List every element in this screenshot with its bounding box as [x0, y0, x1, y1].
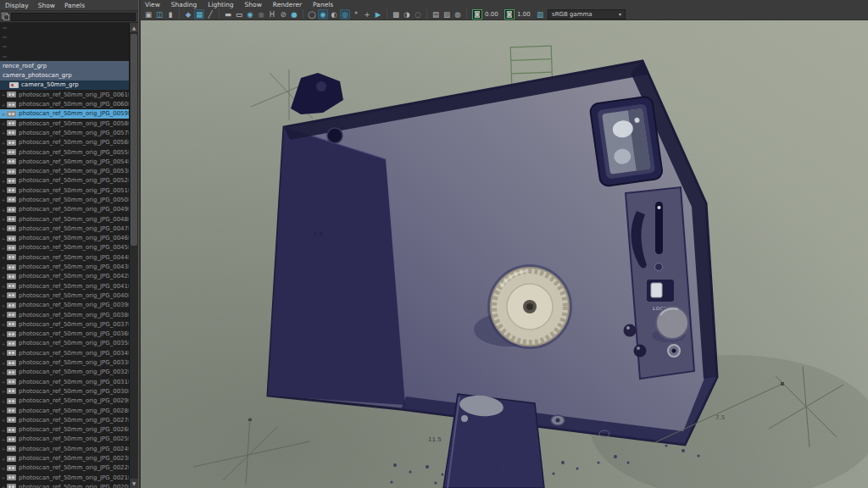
expand-icon[interactable]: + [1, 158, 6, 164]
expand-icon[interactable]: + [1, 292, 6, 298]
outliner-row[interactable]: +photoscan_ref_50mm_orig_JPG_0048PBXASC0… [0, 214, 129, 224]
scrollbar-thumb[interactable] [131, 34, 137, 246]
outliner-row[interactable]: +photoscan_ref_50mm_orig_JPG_0041PBXASC0… [0, 281, 129, 291]
expand-icon[interactable]: + [1, 111, 6, 117]
outliner-row[interactable]: +photoscan_ref_50mm_orig_JPG_0031PBXASC0… [0, 377, 129, 386]
expand-icon[interactable]: + [1, 216, 6, 222]
outliner-row[interactable]: +photoscan_ref_50mm_orig_JPG_0042PBXASC0… [0, 272, 129, 281]
expand-icon[interactable]: + [1, 474, 6, 480]
outliner-row[interactable]: +photoscan_ref_50mm_orig_JPG_0028PBXASC0… [0, 406, 129, 415]
highlight-selection-icon[interactable]: ● [289, 9, 299, 19]
expand-icon[interactable]: + [1, 388, 6, 394]
outliner-row[interactable]: +photoscan_ref_50mm_orig_JPG_0038PBXASC0… [0, 310, 129, 319]
shadows-icon[interactable]: * [351, 9, 361, 19]
expand-icon[interactable]: + [1, 264, 6, 270]
outliner-scrollbar[interactable]: ▲ ▼ [129, 23, 138, 488]
use-all-lights-icon[interactable]: ◎ [340, 9, 350, 19]
gamma-control-icon[interactable]: ◙ [504, 9, 515, 19]
outliner-row[interactable]: +photoscan_ref_50mm_orig_JPG_0020PBXASC0… [0, 482, 129, 488]
expand-icon[interactable]: + [1, 225, 6, 231]
expand-icon[interactable]: + [1, 169, 6, 175]
expand-icon[interactable]: + [1, 102, 6, 108]
menu-show[interactable]: Show [38, 2, 55, 9]
outliner-row[interactable]: +photoscan_ref_50mm_orig_JPG_0061PBXASC0… [0, 90, 129, 99]
outliner-row[interactable]: +photoscan_ref_50mm_orig_JPG_0044PBXASC0… [0, 252, 129, 262]
view-transform-icon[interactable]: ▥ [535, 9, 545, 19]
outliner-row[interactable]: +photoscan_ref_50mm_orig_JPG_0030PBXASC0… [0, 386, 129, 396]
menu-lighting[interactable]: Lighting [208, 1, 233, 8]
outliner-row[interactable]: +photoscan_ref_50mm_orig_JPG_0058PBXASC0… [0, 119, 129, 128]
outliner-row[interactable]: camera_50mm_grp [0, 80, 129, 90]
expand-icon[interactable]: + [1, 417, 6, 423]
wireframe-icon[interactable]: ◯ [307, 9, 317, 19]
expand-icon[interactable]: + [1, 187, 6, 193]
menu-display[interactable]: Display [5, 2, 29, 9]
pin-bookmark-icon[interactable]: ▮ [165, 9, 175, 19]
outliner-row[interactable]: +photoscan_ref_50mm_orig_JPG_0052PBXASC0… [0, 176, 129, 186]
expand-icon[interactable]: + [1, 456, 6, 462]
expand-icon[interactable]: + [1, 360, 6, 366]
outliner-row[interactable]: +photoscan_ref_50mm_orig_JPG_0040PBXASC0… [0, 291, 129, 300]
gamma-control[interactable]: ◙1.00 [504, 9, 532, 19]
outliner-row[interactable]: +photoscan_ref_50mm_orig_JPG_0055PBXASC0… [0, 147, 129, 157]
outliner-row[interactable]: +photoscan_ref_50mm_orig_JPG_0053PBXASC0… [0, 166, 129, 175]
expand-icon[interactable]: + [1, 369, 6, 375]
expand-icon[interactable]: + [1, 207, 6, 213]
outliner-row[interactable]: +photoscan_ref_50mm_orig_JPG_0026PBXASC0… [0, 424, 129, 434]
expand-icon[interactable]: + [1, 245, 6, 251]
new-camera-bookmark-icon[interactable]: ◫ [154, 9, 164, 19]
expand-icon[interactable]: + [1, 331, 6, 337]
menu-view[interactable]: View [145, 1, 160, 8]
expand-icon[interactable]: + [1, 350, 6, 356]
exposure-control[interactable]: ◙0.00 [472, 9, 500, 19]
expand-icon[interactable]: + [1, 321, 6, 327]
expand-icon[interactable]: + [1, 92, 6, 97]
shaded-icon[interactable]: ◉ [318, 9, 328, 19]
film-gate-icon[interactable]: ▬ [223, 9, 233, 19]
outliner-row[interactable]: +photoscan_ref_50mm_orig_JPG_0035PBXASC0… [0, 339, 129, 348]
gamma-control-value[interactable]: 1.00 [517, 11, 532, 18]
exposure-control-value[interactable]: 0.00 [485, 11, 500, 18]
isolate-view-icon[interactable]: ◌ [413, 9, 423, 19]
outliner-row[interactable]: +photoscan_ref_50mm_orig_JPG_0051PBXASC0… [0, 186, 129, 195]
exposure-control-icon[interactable]: ◙ [472, 9, 482, 19]
menu-renderer[interactable]: Renderer [273, 1, 302, 8]
multisampling-icon[interactable]: ▩ [391, 9, 401, 19]
outliner-row[interactable]: +photoscan_ref_50mm_orig_JPG_0022PBXASC0… [0, 463, 129, 473]
grid-icon[interactable]: ▦ [194, 9, 204, 19]
snapshot-icon[interactable]: ▧ [442, 9, 452, 19]
outliner-row[interactable]: camera_photoscan_grp [0, 70, 129, 80]
expand-icon[interactable]: + [1, 197, 6, 202]
expand-icon[interactable]: + [1, 312, 6, 318]
outliner-row[interactable]: +photoscan_ref_50mm_orig_JPG_0045PBXASC0… [0, 243, 129, 252]
expand-icon[interactable]: + [1, 140, 6, 146]
grease-pencil-icon[interactable]: ╱ [205, 9, 215, 19]
outliner-row[interactable]: +photoscan_ref_50mm_orig_JPG_0024PBXASC0… [0, 444, 129, 453]
outliner-row[interactable]: +photoscan_ref_50mm_orig_JPG_0049PBXASC0… [0, 205, 129, 214]
outliner-row[interactable]: rence_roof_grp [0, 61, 129, 70]
expand-icon[interactable]: + [1, 283, 6, 289]
expand-icon[interactable]: + [1, 130, 6, 136]
viewport-canvas[interactable]: LOCK [141, 20, 868, 488]
textured-icon[interactable]: ◐ [329, 9, 339, 19]
expand-icon[interactable]: + [1, 149, 6, 155]
expand-icon[interactable]: + [1, 341, 6, 347]
resolution-gate-icon[interactable]: ▭ [234, 9, 244, 19]
isolate-select-icon[interactable]: ◆ [183, 9, 193, 19]
outliner-row[interactable]: +photoscan_ref_50mm_orig_JPG_0039PBXASC0… [0, 301, 129, 310]
motion-blur-icon[interactable]: ▶ [373, 9, 383, 19]
outliner-row[interactable]: +photoscan_ref_50mm_orig_JPG_0029PBXASC0… [0, 396, 129, 406]
outliner-row[interactable]: +photoscan_ref_50mm_orig_JPG_0023PBXASC0… [0, 453, 129, 463]
expand-icon[interactable]: + [1, 446, 6, 452]
expand-icon[interactable]: + [1, 379, 6, 385]
scene-layers-icon[interactable]: ▤ [431, 9, 441, 19]
menu-panels[interactable]: Panels [64, 2, 85, 9]
outliner-row[interactable]: +photoscan_ref_50mm_orig_JPG_0043PBXASC0… [0, 262, 129, 271]
expand-icon[interactable]: + [1, 274, 6, 280]
outliner-row[interactable]: +photoscan_ref_50mm_orig_JPG_0036PBXASC0… [0, 330, 129, 339]
outliner-row[interactable]: +photoscan_ref_50mm_orig_JPG_0037PBXASC0… [0, 319, 129, 329]
outliner-row[interactable]: +photoscan_ref_50mm_orig_JPG_0034PBXASC0… [0, 348, 129, 358]
outliner-row[interactable]: +photoscan_ref_50mm_orig_JPG_0054PBXASC0… [0, 157, 129, 166]
outliner-row[interactable]: +photoscan_ref_50mm_orig_JPG_0059PBXASC0… [0, 109, 129, 119]
outliner-row[interactable]: +photoscan_ref_50mm_orig_JPG_0060PBXASC0… [0, 99, 129, 108]
